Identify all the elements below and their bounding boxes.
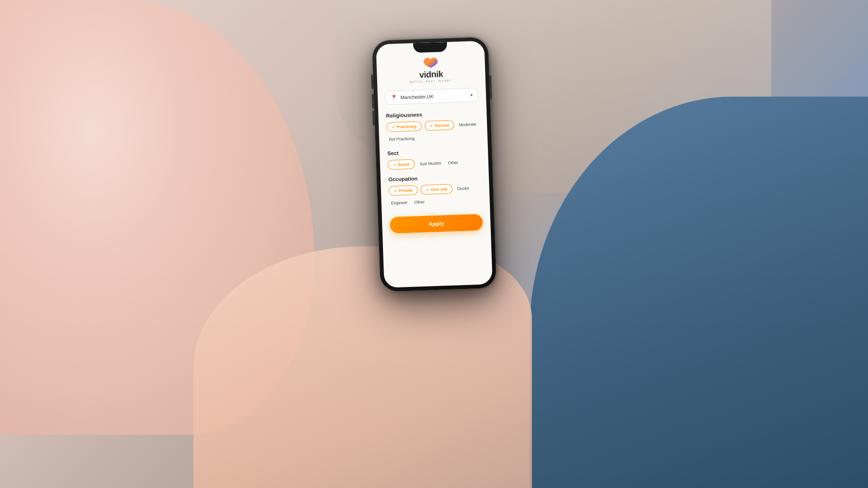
chevron-down-icon: ▾	[470, 93, 472, 98]
phone-outer-shell: vidnik MATCH. MEET. MARRY. 📍 Manchester,…	[371, 37, 496, 292]
phone-notch	[413, 42, 447, 53]
location-dropdown[interactable]: 📍 Manchester,UK ▾	[385, 88, 478, 105]
tag-devout[interactable]: ✓ Devout	[424, 120, 454, 131]
occupation-title: Occupation	[388, 173, 481, 183]
pin-icon: 📍	[390, 95, 397, 101]
check-icon: ✓	[426, 187, 429, 192]
occupation-section: Occupation ✓ Private ✓ Gov. job Doctor E…	[388, 173, 482, 208]
tag-not-practicing[interactable]: Not Practicing	[386, 134, 416, 144]
location-value: Manchester,UK	[400, 94, 433, 100]
sect-title: Sect	[387, 147, 480, 157]
phone-screen: vidnik MATCH. MEET. MARRY. 📍 Manchester,…	[376, 41, 492, 288]
occupation-tags: ✓ Private ✓ Gov. job Doctor Engineer Oth…	[388, 183, 482, 208]
tag-practicing[interactable]: ✓ Practicing	[386, 121, 422, 132]
tag-engineer[interactable]: Engineer	[389, 198, 410, 207]
vidnik-logo-icon	[423, 56, 439, 69]
phone-device: vidnik MATCH. MEET. MARRY. 📍 Manchester,…	[371, 37, 496, 292]
check-icon: ✓	[392, 125, 395, 129]
tag-gov-job[interactable]: ✓ Gov. job	[420, 184, 452, 195]
app-tagline: MATCH. MEET. MARRY.	[410, 79, 453, 84]
check-icon: ✓	[430, 124, 433, 128]
tag-private[interactable]: ✓ Private	[388, 185, 418, 196]
religiousness-tags: ✓ Practicing ✓ Devout Moderate Not Pract…	[386, 119, 479, 144]
check-icon: ✓	[394, 188, 397, 193]
tag-doctor[interactable]: Doctor	[455, 184, 471, 193]
sect-tags: ✓ Sunni Just Muslim Other	[387, 157, 481, 170]
tag-just-muslim[interactable]: Just Muslim	[417, 158, 443, 168]
religiousness-section: Religiousness ✓ Practicing ✓ Devout Mode…	[386, 110, 480, 144]
tag-sunni[interactable]: ✓ Sunni	[387, 159, 414, 170]
app-content: vidnik MATCH. MEET. MARRY. 📍 Manchester,…	[376, 41, 492, 288]
tag-other-sect[interactable]: Other	[446, 158, 460, 167]
tag-other-occupation[interactable]: Other	[412, 198, 427, 207]
app-name: vidnik	[419, 69, 443, 80]
religiousness-title: Religiousness	[386, 110, 479, 119]
sect-section: Sect ✓ Sunni Just Muslim Other	[387, 147, 480, 170]
check-icon: ✓	[393, 162, 396, 167]
tag-moderate[interactable]: Moderate	[456, 120, 478, 129]
logo-area: vidnik MATCH. MEET. MARRY.	[384, 55, 478, 85]
apply-button[interactable]: Apply	[389, 214, 483, 234]
location-left: 📍 Manchester,UK	[390, 93, 433, 101]
